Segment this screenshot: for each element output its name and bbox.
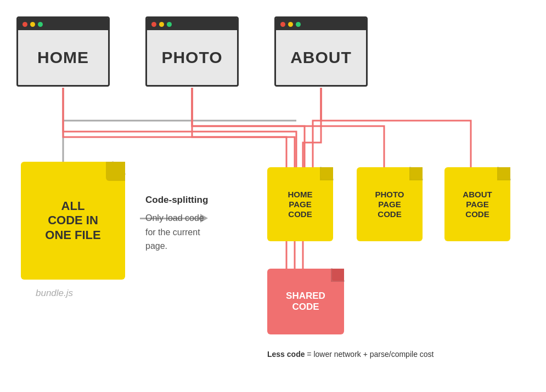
dot-red-about (280, 22, 285, 27)
file-corner-home (321, 167, 333, 179)
dot-green-photo (167, 22, 172, 27)
file-shared-text: SHAREDCODE (283, 288, 328, 316)
browser-home-titlebar (18, 18, 108, 30)
file-about-text: ABOUTPAGECODE (460, 187, 494, 222)
big-file-text: ALLCODE INONE FILE (42, 196, 103, 245)
dot-green-about (296, 22, 301, 27)
browser-photo-titlebar (147, 18, 237, 30)
big-file: ALLCODE INONE FILE (21, 162, 125, 280)
dot-red-home (22, 22, 27, 27)
dot-yellow-home (30, 22, 35, 27)
file-photo-page-code: PHOTOPAGECODE (357, 167, 423, 241)
diagram: HOME PHOTO ABOUT ALLCODE INONE FILE bund… (0, 0, 546, 392)
file-shared-code: SHAREDCODE (267, 269, 344, 334)
dot-yellow-about (288, 22, 293, 27)
bottom-label-strong: Less code (267, 350, 305, 359)
browser-about-body: ABOUT (276, 30, 366, 85)
bottom-label: Less code = lower network + parse/compil… (267, 350, 434, 359)
browser-home-label: HOME (37, 48, 89, 67)
browser-about-titlebar (276, 18, 366, 30)
browser-photo-label: PHOTO (161, 48, 222, 67)
file-home-text: HOMEPAGECODE (285, 187, 316, 222)
file-corner-photo (410, 167, 423, 179)
dot-green-home (38, 22, 43, 27)
dot-red-photo (151, 22, 156, 27)
browser-about: ABOUT (274, 16, 368, 87)
browser-home: HOME (16, 16, 110, 87)
browser-photo: PHOTO (145, 16, 239, 87)
file-corner-shared (332, 269, 344, 281)
code-splitting-desc: Only load codefor the currentpage. (145, 211, 204, 253)
bundle-label: bundle.js (36, 288, 73, 299)
file-photo-text: PHOTOPAGECODE (372, 187, 407, 222)
big-file-corner (106, 162, 125, 181)
browser-about-label: ABOUT (290, 48, 352, 67)
file-corner-about (498, 167, 510, 179)
browser-home-body: HOME (18, 30, 108, 85)
browser-photo-body: PHOTO (147, 30, 237, 85)
dot-yellow-photo (159, 22, 164, 27)
bottom-label-rest: = lower network + parse/compile cost (305, 350, 434, 359)
code-splitting-title: Code-splitting (145, 195, 208, 206)
file-home-page-code: HOMEPAGECODE (267, 167, 333, 241)
file-about-page-code: ABOUTPAGECODE (444, 167, 510, 241)
